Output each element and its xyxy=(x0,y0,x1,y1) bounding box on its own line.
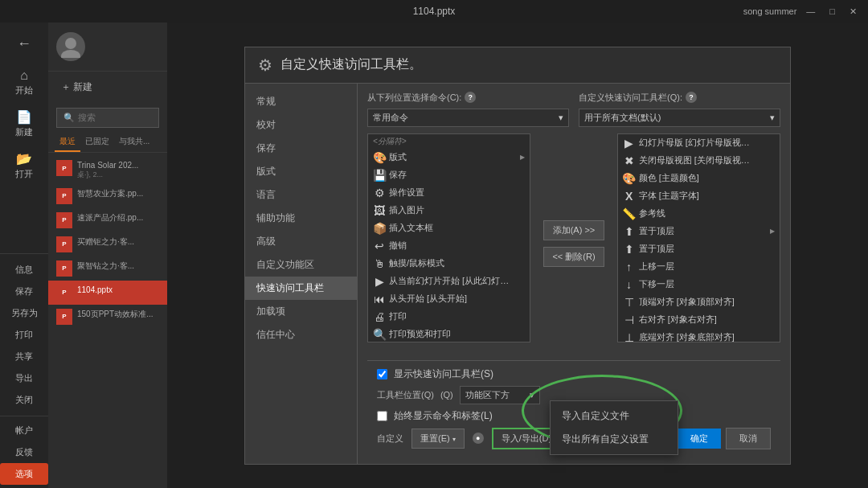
item-icon: ↩ xyxy=(373,240,386,252)
list-item[interactable]: P Trina Solar 202... 桌·}, 2... xyxy=(48,156,167,184)
list-item[interactable]: 🖼 插入图片 xyxy=(368,202,530,219)
item-icon: ⏮ xyxy=(373,293,386,306)
toolbar-pos-select[interactable]: 功能区下方 ▾ xyxy=(460,386,540,404)
left-select[interactable]: 常用命令 ▾ xyxy=(367,109,569,127)
nav-item-trust-center[interactable]: 信任中心 xyxy=(245,323,357,347)
item-icon: ⊥ xyxy=(623,331,636,342)
always-show-checkbox[interactable] xyxy=(377,411,387,421)
sidebar-item-feedback[interactable]: 反馈 xyxy=(0,441,48,463)
maximize-btn[interactable]: □ xyxy=(825,5,840,18)
sidebar-item-start[interactable]: ⌂ 开始 xyxy=(5,64,43,101)
tab-shared[interactable]: 与我共... xyxy=(114,133,154,152)
list-item[interactable]: ⚙ 操作设置 xyxy=(368,184,530,202)
sidebar-item-print[interactable]: 打印 xyxy=(0,324,48,346)
list-item[interactable]: P 买赠钜之力·客... xyxy=(48,232,167,256)
list-item[interactable]: ⊤ 顶端对齐 [对象顶部对齐] xyxy=(618,293,780,311)
sidebar-item-export[interactable]: 导出 xyxy=(0,367,48,389)
nav-item-language[interactable]: 语言 xyxy=(245,183,357,207)
save-label: 保存 xyxy=(15,285,33,297)
show-toolbar-checkbox[interactable] xyxy=(377,369,387,379)
list-item[interactable]: 🖨 打印 xyxy=(368,308,530,326)
sidebar-item-saveas[interactable]: 另存为 xyxy=(0,302,48,324)
sidebar-item-info[interactable]: 信息 xyxy=(0,259,48,281)
close-btn[interactable]: ✕ xyxy=(845,5,862,18)
tab-recent[interactable]: 最近 xyxy=(55,133,80,152)
item-text: 聚智钻之力·客... xyxy=(77,260,134,271)
nav-item-proofing[interactable]: 校对 xyxy=(245,113,357,137)
list-item[interactable]: 🔍 打印预览和打印 xyxy=(368,326,530,342)
back-button[interactable]: ← xyxy=(0,29,48,59)
list-item[interactable]: 📦 插入文本框 xyxy=(368,219,530,237)
right-select[interactable]: 用于所有文档(默认) ▾ xyxy=(579,109,780,127)
list-item[interactable]: ⬆ 置于顶层 ▶ xyxy=(618,223,780,240)
item-icon: ⬆ xyxy=(623,225,636,238)
nav-item-addins[interactable]: 加载项 xyxy=(245,300,357,323)
nav-item-accessibility[interactable]: 辅助功能 xyxy=(245,207,357,230)
nav-item-customize-ribbon[interactable]: 自定义功能区 xyxy=(245,253,357,277)
sidebar-item-share[interactable]: 共享 xyxy=(0,346,48,367)
item-icon: ▶ xyxy=(623,137,636,150)
list-item[interactable]: P 1104.pptx xyxy=(48,281,167,305)
item-icon: 📏 xyxy=(623,207,636,220)
export-label: 导出 xyxy=(15,372,33,384)
item-text: 速派产品介绍.pp... xyxy=(77,212,143,223)
item-icon: ↓ xyxy=(623,278,636,291)
list-item[interactable]: ⊣ 右对齐 [对象右对齐] xyxy=(618,311,780,329)
list-item[interactable]: P 智慧农业方案.pp... xyxy=(48,184,167,208)
customize-label: 自定义 xyxy=(377,433,403,445)
item-icon: ▶ xyxy=(373,275,386,288)
ppt-icon: P xyxy=(56,212,72,228)
list-item[interactable]: P 速派产品介绍.pp... xyxy=(48,208,167,232)
sidebar-item-new[interactable]: 📄 新建 xyxy=(5,105,43,143)
print-label: 打印 xyxy=(15,329,33,341)
list-item[interactable]: ↑ 上移一层 xyxy=(618,258,780,276)
cancel-button[interactable]: 取消 xyxy=(726,428,771,449)
nav-item-advanced[interactable]: 高级 xyxy=(245,230,357,253)
nav-panel: ＋ 新建 🔍 搜索 最近 已固定 与我共... P Trina Solar 20… xyxy=(48,23,167,488)
list-item[interactable]: ▶ 幻灯片母版 [幻灯片母版视图] xyxy=(618,134,780,152)
export-all-item[interactable]: 导出所有自定义设置 xyxy=(551,428,678,451)
right-list-col: ▶ 幻灯片母版 [幻灯片母版视图] ✖ 关闭母版视图 [关闭母版视图] 🎨 颜色 xyxy=(617,133,780,354)
item-icon: 💾 xyxy=(373,169,386,182)
list-item[interactable]: 🖱 触摸/鼠标模式 xyxy=(368,255,530,273)
sidebar-item-save[interactable]: 保存 xyxy=(0,281,48,302)
nav-item-layout[interactable]: 版式 xyxy=(245,160,357,183)
tab-pinned[interactable]: 已固定 xyxy=(80,133,114,152)
import-file-item[interactable]: 导入自定义文件 xyxy=(551,404,678,428)
minimize-btn[interactable]: — xyxy=(801,5,820,18)
list-item[interactable]: ⊥ 底端对齐 [对象底部对齐] xyxy=(618,329,780,342)
list-item[interactable]: <分隔符> xyxy=(368,134,530,149)
sidebar-item-options[interactable]: 选项 xyxy=(0,463,48,485)
nav-item-quick-access[interactable]: 快速访问工具栏 xyxy=(245,277,357,300)
list-item[interactable]: 🎨 版式 ▶ xyxy=(368,149,530,166)
dialog-title: 自定义快速访问工具栏。 xyxy=(280,56,422,73)
list-item[interactable]: 💾 保存 xyxy=(368,166,530,184)
reset-button[interactable]: 重置(E) ▾ xyxy=(411,429,465,449)
toolbar-list[interactable]: ▶ 幻灯片母版 [幻灯片母版视图] ✖ 关闭母版视图 [关闭母版视图] 🎨 颜色 xyxy=(617,133,780,342)
list-item[interactable]: 🎨 颜色 [主题颜色] xyxy=(618,170,780,187)
list-item[interactable]: ↓ 下移一层 xyxy=(618,276,780,293)
nav-item-general[interactable]: 常规 xyxy=(245,90,357,113)
list-item[interactable]: ⏮ 从头开始 [从头开始] xyxy=(368,290,530,308)
nav-new-item[interactable]: ＋ 新建 xyxy=(48,75,167,100)
main-content: ⚙ 自定义快速访问工具栏。 常规 校对 保存 版式 语言 辅助功能 高级 自定义… xyxy=(167,23,868,488)
list-item[interactable]: P 聚智钻之力·客... xyxy=(48,256,167,281)
list-item[interactable]: ▶ 从当前幻灯片开始 [从此幻灯片开... xyxy=(368,273,530,290)
list-item[interactable]: 📏 参考线 xyxy=(618,205,780,223)
item-icon: 🔍 xyxy=(373,328,386,341)
list-item[interactable]: X 字体 [主题字体] xyxy=(618,187,780,205)
sidebar-item-close[interactable]: 关闭 xyxy=(0,389,48,411)
list-item[interactable]: ✖ 关闭母版视图 [关闭母版视图] xyxy=(618,152,780,170)
sidebar-item-account[interactable]: 帐户 xyxy=(0,420,48,441)
ok-button[interactable]: 确定 xyxy=(678,429,721,449)
commands-list[interactable]: <分隔符> 🎨 版式 ▶ 💾 保存 xyxy=(367,133,530,342)
nav-item-save[interactable]: 保存 xyxy=(245,137,357,160)
item-icon: 🖱 xyxy=(373,257,386,270)
reset-info-icon: ● xyxy=(473,433,484,444)
remove-button[interactable]: << 删除(R) xyxy=(543,247,604,267)
list-item[interactable]: ⬆ 置于顶层 xyxy=(618,240,780,258)
list-item[interactable]: P 150页PPT动效标准... xyxy=(48,305,167,329)
list-item[interactable]: ↩ 撤销 xyxy=(368,237,530,255)
add-button[interactable]: 添加(A) >> xyxy=(543,220,604,240)
sidebar-item-open[interactable]: 📂 打开 xyxy=(5,146,43,185)
